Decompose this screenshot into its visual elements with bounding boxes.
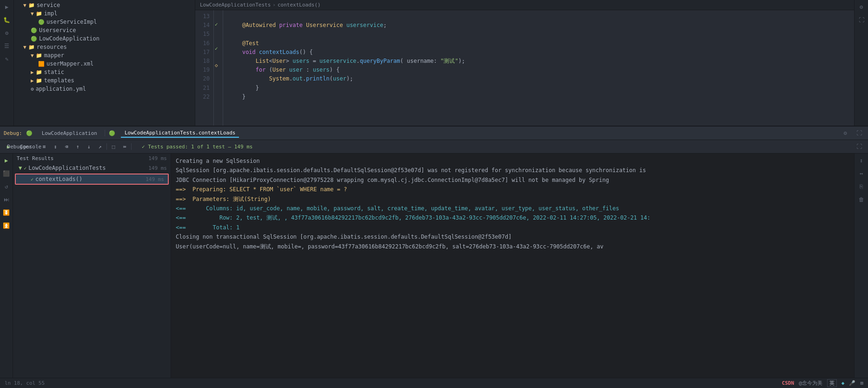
console-line-7: <== Row: 2, test, 测试, , 43f77a30616b8429… — [176, 213, 849, 222]
debug-tab-app[interactable]: LowCodeApplication — [38, 129, 101, 137]
file-tree: ▼ 📁 service ▼ 📁 impl 🟢 userServiceImpl 🟢… — [14, 0, 195, 126]
bottom-panel: Debug: 🟢 LowCodeApplication 🟢 LowCodeApp… — [0, 126, 868, 378]
sidebar-icon-3[interactable]: ⚙ — [2, 28, 12, 38]
expand-icon[interactable]: ⛶ — [854, 128, 864, 138]
toolbar-sep1 — [37, 143, 38, 150]
toolbar-btn-5[interactable]: ↓ — [84, 142, 93, 151]
breadcrumb: LowCodeApplicationTests › contextLoads() — [195, 0, 854, 10]
test-results-header: Test Results 149 ms — [13, 154, 171, 163]
sidebar-icon-1[interactable]: ▶ — [2, 2, 12, 12]
tree-item-lowcodeapplication[interactable]: 🟢 LowCodeApplication — [14, 34, 195, 43]
tree-item-userserviceimpl[interactable]: 🟢 userServiceImpl — [14, 18, 195, 26]
debug-content: ▶ ⬛ ↺ ⏭ ⏬ ⏫ Test Results 149 ms ▼ ✓ LowC… — [0, 154, 868, 378]
tree-item-templates[interactable]: ▶ 📁 templates — [14, 76, 195, 85]
console-line-2: SqlSession [org.apache.ibatis.session.de… — [176, 166, 849, 175]
author-label: @念今为美 — [799, 380, 822, 387]
right-icon-b2[interactable]: ↔ — [856, 168, 867, 179]
console-line-10: User(userCode=null, name=测试, mobile=, pa… — [176, 242, 849, 251]
toolbar-btn-3[interactable]: ⌫ — [62, 142, 71, 151]
right-icon-b1[interactable]: ↕ — [856, 155, 867, 166]
tree-item-service[interactable]: ▼ 📁 service — [14, 1, 195, 9]
gutter-icons: ✓ ✓ ◇ — [214, 10, 223, 126]
line-numbers: 13 14 15 16 17 18 19 20 21 22 — [195, 10, 214, 126]
debug-header: Debug: 🟢 LowCodeApplication 🟢 LowCodeApp… — [0, 127, 868, 140]
console-line-9: Closing non transactional SqlSession [or… — [176, 232, 849, 241]
console-line-3: JDBC Connection [HikariProxyConnection@2… — [176, 175, 849, 185]
debug-tab-test[interactable]: LowCodeApplicationTests.contextLoads — [121, 129, 239, 138]
mic-icon[interactable]: 🎤 — [849, 380, 855, 386]
sidebar-icon-2[interactable]: 🐛 — [2, 15, 12, 25]
console-line-4: ==> Preparing: SELECT * FROM `user` WHER… — [176, 185, 849, 194]
dbg-icon-restart[interactable]: ↺ — [1, 181, 12, 192]
tree-item-applicationyml[interactable]: ⚙ application.yml — [14, 85, 195, 93]
console-line-6: <== Columns: id, user_code, name, mobile… — [176, 204, 849, 213]
left-sidebar: ▶ 🐛 ⚙ ☰ ✎ — [0, 0, 14, 126]
right-sidebar-top: ⚙ ⛶ — [854, 0, 868, 126]
test-tree-contextloads[interactable]: ✓ contextLoads() 149 ms — [15, 174, 169, 185]
code-content: 13 14 15 16 17 18 19 20 21 22 ✓ ✓ ◇ — [195, 10, 854, 126]
settings-icon[interactable]: ⚙ — [840, 128, 850, 138]
dot-icon: ◆ — [841, 380, 845, 386]
tree-item-mapper[interactable]: ▼ 📁 mapper — [14, 51, 195, 60]
toolbar-btn-2[interactable]: ↕ — [51, 142, 60, 151]
dbg-icon-run[interactable]: ▶ — [1, 155, 12, 166]
grid-icon[interactable]: ⊞ — [860, 380, 863, 386]
toolbar-btn-8[interactable]: ≔ — [120, 142, 129, 151]
console-line-1: Creating a new SqlSession — [176, 156, 849, 166]
debug-left-sidebar: ▶ ⬛ ↺ ⏭ ⏬ ⏫ — [0, 154, 13, 378]
toolbar-sep2 — [106, 143, 107, 150]
console-line-5: ==> Parameters: 测试(String) — [176, 194, 849, 204]
tab-divider — [105, 130, 105, 136]
toolbar-btn-6[interactable]: ↗ — [95, 142, 105, 151]
sidebar-icon-5[interactable]: ✎ — [2, 54, 12, 64]
debug-toolbar: ▶ Debugger Console ≡ ↕ ⌫ ↑ ↓ ↗ ⬚ ≔ ✓ Tes… — [0, 140, 868, 154]
console-line-8: <== Total: 1 — [176, 223, 849, 232]
code-lines[interactable]: @Autowired private Userservice userservi… — [223, 10, 470, 126]
debug-test-icon: 🟢 — [109, 130, 115, 136]
debug-expand-btn[interactable]: ⛶ — [854, 141, 864, 152]
dbg-icon-5[interactable]: ⏬ — [1, 207, 12, 218]
csdn-label: CSDN — [782, 380, 795, 386]
console-tab[interactable]: Console — [26, 142, 35, 151]
toolbar-btn-7[interactable]: ⬚ — [109, 142, 118, 151]
right-icon-2[interactable]: ⛶ — [856, 15, 867, 25]
right-sidebar-bottom: ↕ ↔ ⎘ 🗑 — [854, 154, 868, 378]
toolbar-btn-4[interactable]: ↑ — [73, 142, 82, 151]
top-area: ▶ 🐛 ⚙ ☰ ✎ ▼ 📁 service ▼ 📁 impl 🟢 userSer — [0, 0, 868, 126]
sidebar-icon-4[interactable]: ☰ — [2, 41, 12, 51]
console-output[interactable]: Creating a new SqlSession SqlSession [or… — [171, 154, 854, 378]
dbg-icon-6[interactable]: ⏫ — [1, 221, 12, 231]
test-results-tree: Test Results 149 ms ▼ ✓ LowCodeApplicati… — [13, 154, 171, 378]
dbg-icon-4[interactable]: ⏭ — [1, 194, 12, 205]
lang-icon[interactable]: 英 — [827, 379, 837, 387]
test-tree-lowcode[interactable]: ▼ ✓ LowCodeApplicationTests 149 ms — [13, 163, 171, 173]
tree-item-resources[interactable]: ▼ 📁 resources — [14, 43, 195, 51]
dbg-icon-stop[interactable]: ⬛ — [1, 168, 12, 179]
status-bar: ln 18, col 55 CSDN @念今为美 英 ◆ 🎤 ⊞ — [0, 378, 868, 388]
code-editor: LowCodeApplicationTests › contextLoads()… — [195, 0, 854, 126]
tree-item-userservice[interactable]: 🟢 Userservice — [14, 26, 195, 34]
tree-item-usermapperxml[interactable]: 🟧 userMapper.xml — [14, 60, 195, 68]
tree-item-impl[interactable]: ▼ 📁 impl — [14, 9, 195, 18]
right-icon-b3[interactable]: ⎘ — [856, 181, 867, 192]
toolbar-sep3 — [131, 143, 132, 150]
tree-item-static[interactable]: ▶ 📁 static — [14, 68, 195, 76]
debug-app-icon: 🟢 — [26, 130, 33, 136]
right-icon-b4[interactable]: 🗑 — [856, 194, 867, 205]
right-icon-1[interactable]: ⚙ — [856, 2, 867, 12]
debug-label: Debug: — [4, 130, 22, 136]
test-status: ✓ Tests passed: 1 of 1 test — 149 ms — [142, 144, 252, 150]
toolbar-btn-1[interactable]: ≡ — [40, 142, 49, 151]
